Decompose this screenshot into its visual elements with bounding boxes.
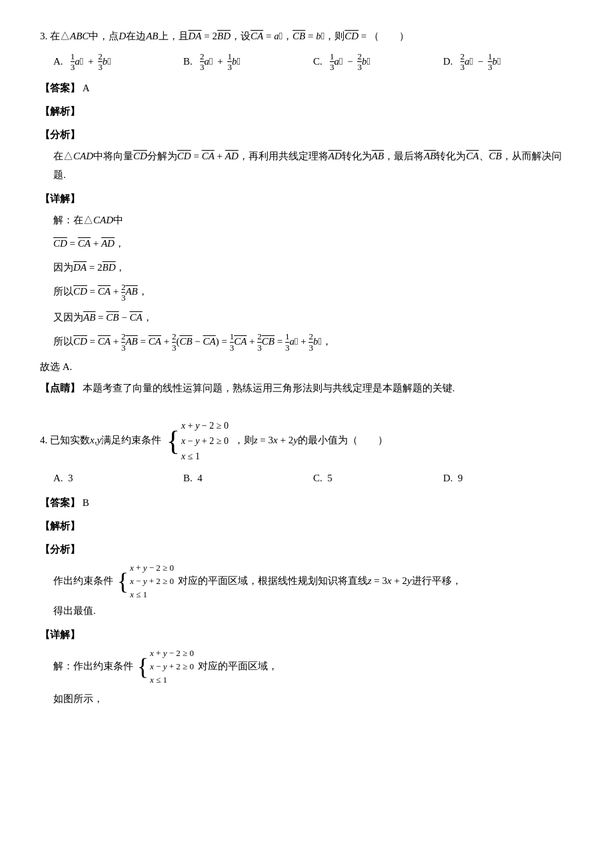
q3-option-c: C. 13a⃗ − 23b⃗ (313, 51, 443, 73)
q4-number: 4. (40, 435, 47, 445)
q4-answer-label: 【答案】 (40, 497, 80, 508)
q4-options: A. 3 B. 4 C. 5 D. 9 (53, 469, 573, 487)
q3-step1: CD = CA + AD， (53, 233, 573, 253)
q4-answer-block: 【答案】 B (40, 494, 573, 512)
q3-options: A. 13a⃗ + 23b⃗ B. 23a⃗ + 13b⃗ C. 13a⃗ − … (53, 51, 573, 73)
q4-detail-label: 【详解】 (40, 626, 573, 644)
q3-conclusion: 故选 A. (40, 357, 573, 377)
q4-analysis-label: 【解析】 (40, 517, 573, 535)
q4-option-a: A. 3 (53, 469, 183, 487)
q4-fenxi-constraints: { x + y − 2 ≥ 0 x − y + 2 ≥ 0 x ≤ 1 (117, 561, 174, 601)
q3-fenxi-text: 在△CAD中将向量CD分解为CD = CA + AD，再利用共线定理将AD转化为… (53, 147, 573, 185)
q4-option-d: D. 9 (443, 469, 573, 487)
q3-option-b: B. 23a⃗ + 13b⃗ (183, 51, 313, 73)
q3-number: 3. (40, 31, 47, 41)
q4-fenxi-text: 作出约束条件 { x + y − 2 ≥ 0 x − y + 2 ≥ 0 x ≤… (53, 561, 573, 621)
q4-answer-value: B (83, 497, 89, 508)
q3-answer-value: A (83, 83, 90, 93)
q4-option-c: C. 5 (313, 469, 443, 487)
q3-option-d: D. 23a⃗ − 13b⃗ (443, 51, 573, 73)
q3-answer-label: 【答案】 (40, 83, 80, 93)
question-3: 3. 在△ABC中，点D在边AB上，且DA = 2BD，设CA = a⃗，CB … (40, 27, 573, 398)
q4-title-pre: 已知实数x,y满足约束条件 (50, 435, 161, 445)
q4-detail-text: 解：作出约束条件 { x + y − 2 ≥ 0 x − y + 2 ≥ 0 x… (53, 647, 573, 687)
q3-analysis-label: 【解析】 (40, 103, 573, 121)
q3-step4: 又因为AB = CB − CA， (53, 307, 573, 327)
q4-option-b: B. 4 (183, 469, 313, 487)
q3-title: 3. 在△ABC中，点D在边AB上，且DA = 2BD，设CA = a⃗，CB … (40, 27, 573, 46)
q3-detail-intro: 解：在△CAD中 (53, 211, 573, 230)
q3-fenxi-label: 【分析】 (40, 126, 573, 144)
q4-detail-constraints: { x + y − 2 ≥ 0 x − y + 2 ≥ 0 x ≤ 1 (137, 647, 194, 687)
question-4: 4. 已知实数x,y满足约束条件 { x + y − 2 ≥ 0 x − y +… (40, 418, 573, 709)
q4-fenxi-label: 【分析】 (40, 541, 573, 559)
q3-dianrui-label: 【点睛】 (40, 383, 80, 393)
q3-dianrui-block: 【点睛】 本题考查了向量的线性运算问题，熟练运用三角形法则与共线定理是本题解题的… (40, 379, 573, 398)
q4-title-post: ，则z = 3x + 2y的最小值为（ ） (234, 435, 388, 445)
q3-detail-label: 【详解】 (40, 190, 573, 208)
q3-step5: 所以CD = CA + 23AB = CA + 23(CB − CA) = 13… (53, 331, 573, 353)
q3-answer-block: 【答案】 A (40, 79, 573, 97)
q3-step3: 所以CD = CA + 23AB， (53, 281, 573, 303)
q4-title: 4. 已知实数x,y满足约束条件 { x + y − 2 ≥ 0 x − y +… (40, 418, 573, 464)
q3-option-a: A. 13a⃗ + 23b⃗ (53, 51, 183, 73)
q3-step2: 因为DA = 2BD， (53, 257, 573, 277)
q3-title-text: 在△ABC中，点D在边AB上，且DA = 2BD，设CA = a⃗，CB = b… (50, 31, 409, 41)
q4-constraints-inline: { x + y − 2 ≥ 0 x − y + 2 ≥ 0 x ≤ 1 (167, 418, 229, 464)
q4-figure-note: 如图所示， (53, 689, 573, 709)
